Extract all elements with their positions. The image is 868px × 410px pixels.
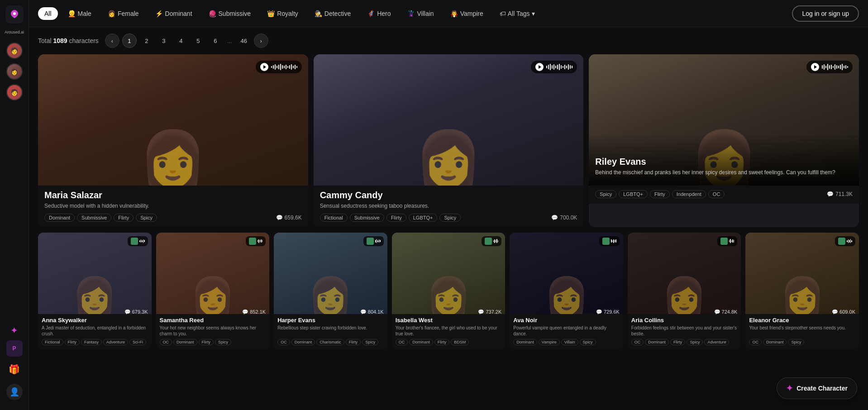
- small-card-harper[interactable]: 👩 💬 804.1K: [274, 233, 387, 349]
- waveform-anna: [139, 239, 145, 243]
- page-btn-6[interactable]: 6: [208, 33, 223, 48]
- create-sparkle-icon: ✦: [786, 383, 793, 393]
- nav-pill-villain[interactable]: 🦹 Villain: [401, 7, 440, 20]
- sparkle-icon[interactable]: ✦: [10, 325, 18, 336]
- chevron-down-icon: ▾: [532, 10, 535, 17]
- card-name-eleanor: Eleanor Grace: [749, 317, 855, 324]
- tag-s-2: Dominant: [173, 339, 197, 345]
- waveform-samantha: [258, 239, 263, 243]
- audio-icon-anna: [131, 238, 138, 245]
- audio-icon-harper: [367, 238, 374, 245]
- count-icon-ava: 💬: [596, 309, 602, 315]
- tag-s-4: Spicy: [215, 339, 231, 345]
- nav-pill-vampire[interactable]: 🧛 Vampire: [444, 7, 490, 20]
- sidebar-avatar-1[interactable]: 🧑: [6, 43, 23, 59]
- count-isabella: 💬 737.2K: [478, 309, 501, 315]
- tag-spicy2: Spicy: [439, 214, 461, 222]
- card-info-isabella: Isabella West Your brother's fiancee, th…: [392, 314, 506, 349]
- page-btn-5[interactable]: 5: [191, 33, 205, 48]
- prev-page-btn[interactable]: ‹: [105, 33, 119, 48]
- nav-pill-royalty[interactable]: 👑 Royalty: [261, 7, 305, 20]
- card-info-cammy: Cammy Candy Sensual seductress seeking t…: [314, 186, 584, 227]
- tag-anna-4: Adventure: [103, 339, 128, 345]
- user-icon[interactable]: 👤: [6, 384, 23, 400]
- page-btn-2[interactable]: 2: [139, 33, 154, 48]
- page-btn-4[interactable]: 4: [174, 33, 188, 48]
- small-card-eleanor[interactable]: 👩 💬 609.0K: [745, 233, 859, 349]
- gift-icon[interactable]: 🎁: [6, 361, 23, 377]
- card-name-cammy: Cammy Candy: [320, 190, 577, 200]
- featured-card-maria[interactable]: 👩: [38, 54, 308, 227]
- small-card-ava[interactable]: 👩 💬 729.6K: [510, 233, 623, 349]
- tag-el-2: Dominant: [763, 339, 787, 345]
- nav-pill-detective[interactable]: 🕵️ Detective: [308, 7, 357, 20]
- small-card-samantha[interactable]: 👩 💬 852.1K: [156, 233, 270, 349]
- nav-pill-male[interactable]: 👱 Male: [62, 7, 98, 20]
- message-count-riley: 💬 711.3K: [827, 191, 853, 197]
- premium-badge[interactable]: P: [6, 340, 23, 357]
- brand-logo[interactable]: [5, 5, 24, 24]
- create-character-button[interactable]: ✦ Create Character: [777, 377, 857, 399]
- audio-icon-isabella: [485, 238, 492, 245]
- waveform-aria: [729, 239, 734, 243]
- tag-i-1: OC: [396, 339, 408, 345]
- svg-point-0: [13, 12, 16, 15]
- page-btn-46[interactable]: 46: [237, 33, 251, 48]
- tag-h-4: Flirty: [346, 339, 361, 345]
- sidebar-avatar-2[interactable]: 👩: [6, 63, 23, 80]
- card-info-samantha: Samantha Reed Your hot new neighbor seem…: [156, 314, 270, 349]
- app-layout: Aroused.ai 🧑 👩 🧑 ✦ P 🎁 👤 All 👱 Male 👩 Fe…: [0, 0, 868, 410]
- card-desc-anna: A Jedi master of seduction, entangled in…: [42, 325, 148, 337]
- tag-h-3: Charismatic: [316, 339, 344, 345]
- top-nav: All 👱 Male 👩 Female ⚡ Dominant 🧶 Submiss…: [29, 0, 868, 27]
- nav-pill-female[interactable]: 👩 Female: [101, 7, 145, 20]
- audio-badge-maria[interactable]: [256, 61, 302, 73]
- cards-area: 👩: [29, 54, 868, 410]
- tag-ar-4: Spicy: [687, 339, 703, 345]
- card-name-samantha: Samantha Reed: [160, 317, 266, 324]
- tag-el-1: OC: [749, 339, 762, 345]
- create-character-label: Create Character: [796, 385, 848, 392]
- tag-i-3: Flirty: [434, 339, 450, 345]
- tag-el-3: Spicy: [788, 339, 804, 345]
- waveform-cammy: [546, 63, 572, 71]
- featured-card-cammy[interactable]: 👩: [314, 54, 584, 227]
- page-btn-1[interactable]: 1: [122, 33, 137, 48]
- audio-badge-eleanor: [835, 236, 855, 246]
- tag-dominant: Dominant: [44, 214, 75, 222]
- pagination-bar: Total 1089 characters ‹ 1 2 3 4 5 6 ... …: [29, 27, 868, 54]
- audio-icon-aria: [720, 238, 728, 245]
- page-btn-3[interactable]: 3: [157, 33, 171, 48]
- count-aria: 💬 724.8K: [714, 309, 738, 315]
- small-card-aria[interactable]: 👩 💬 724.8K: [628, 233, 741, 349]
- waveform-ava: [611, 239, 616, 243]
- tags-row-maria: Dominant Submissive Flirty Spicy 💬 659.6…: [44, 214, 302, 222]
- audio-icon-samantha: [249, 238, 256, 245]
- card-info-ava: Ava Noir Powerful vampire queen entangle…: [510, 314, 623, 349]
- tags-icon: 🏷: [500, 10, 506, 17]
- female-icon: 👩: [108, 10, 115, 17]
- count-ava: 💬 729.6K: [596, 309, 620, 315]
- audio-badge-riley[interactable]: [806, 61, 853, 73]
- tag-lgbtq2: LGBTQ+: [619, 190, 648, 198]
- login-button[interactable]: Log in or sign up: [792, 5, 859, 22]
- count-harper: 💬 804.1K: [360, 309, 384, 315]
- brand-name: Aroused.ai: [5, 30, 24, 34]
- tags-aria: OC Dominant Flirty Spicy Adventure: [631, 339, 738, 345]
- nav-pill-all[interactable]: All: [38, 7, 58, 20]
- nav-all-tags[interactable]: 🏷 All Tags ▾: [493, 7, 541, 20]
- tags-samantha: OC Dominant Flirty Spicy: [160, 339, 266, 345]
- small-card-anna[interactable]: 👩 💬 679.3K: [38, 233, 152, 349]
- audio-badge-cammy[interactable]: [531, 61, 577, 73]
- sidebar-avatar-3[interactable]: 🧑: [6, 84, 23, 100]
- count-icon-aria: 💬: [714, 309, 720, 315]
- nav-pill-submissive[interactable]: 🧶 Submissive: [202, 7, 258, 20]
- tags-row-riley: Spicy LGBTQ+ Flirty Indenpdent OC 💬 711.…: [595, 190, 853, 198]
- tag-flirty3: Flirty: [650, 190, 670, 198]
- nav-pill-hero[interactable]: 🦸 Hero: [361, 7, 397, 20]
- tag-i-2: Dominant: [409, 339, 433, 345]
- nav-pill-dominant[interactable]: ⚡ Dominant: [149, 7, 199, 20]
- next-page-btn[interactable]: ›: [254, 33, 268, 48]
- small-card-isabella[interactable]: 👩 💬 737.2K: [392, 233, 506, 349]
- featured-card-riley[interactable]: 👩 Riley Evans Behind the mischief and pr…: [589, 54, 859, 227]
